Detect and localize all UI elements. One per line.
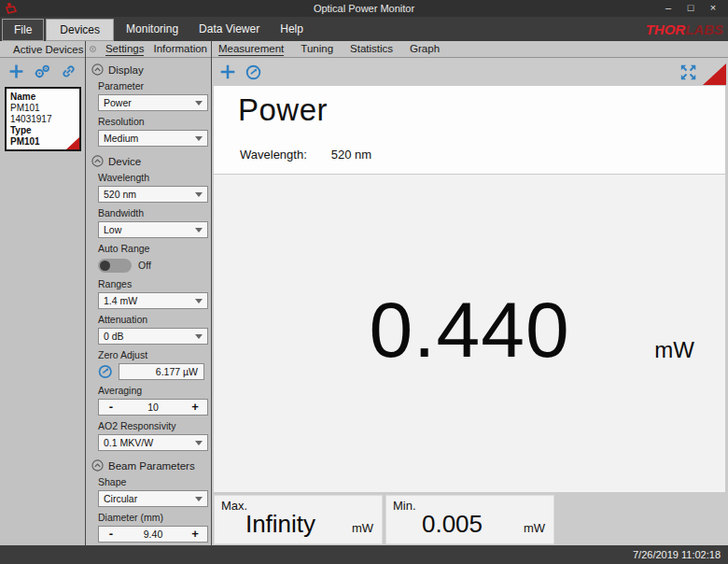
auto-range-label: Auto Range [98,243,204,255]
section-beam-parameters[interactable]: Beam Parameters [91,459,204,472]
ranges-dropdown[interactable]: 1.4 mW [98,292,208,309]
shape-label: Shape [98,476,204,488]
shape-dropdown[interactable]: Circular [98,490,208,507]
chevron-down-icon [195,441,203,445]
attenuation-dropdown[interactable]: 0 dB [98,328,208,345]
measurement-content: Power Wavelength:520 nm 0.440 mW Max. In… [212,86,728,545]
chevron-down-icon [195,228,203,233]
alert-triangle-icon[interactable] [703,63,726,85]
averaging-stepper: - 10 + [98,399,208,416]
resolution-label: Resolution [98,116,204,128]
zero-adjust-label: Zero Adjust [98,349,204,361]
device-name-value: PM101 14031917 [10,103,76,125]
max-value: Infinity [215,510,346,539]
measurement-header-panel: Power Wavelength:520 nm [214,86,725,174]
window-title: Optical Power Monitor [0,3,728,14]
chevron-down-icon [195,101,203,106]
section-display[interactable]: Display [91,63,204,76]
app-window: Optical Power Monitor – □ × File Devices… [0,0,728,564]
max-panel: Max. Infinity mW [214,495,383,544]
ao2-responsivity-dropdown[interactable]: 0.1 MKV/W [98,434,208,451]
diameter-decrement-button[interactable]: - [99,527,123,542]
add-device-icon[interactable] [8,63,24,79]
averaging-label: Averaging [98,385,204,397]
device-type-label: Type [10,125,76,136]
auto-range-toggle[interactable] [98,259,132,273]
bandwidth-dropdown[interactable]: Low [98,221,208,238]
attenuation-label: Attenuation [98,314,204,326]
parameter-label: Parameter [98,80,204,92]
chevron-down-icon [195,192,203,197]
tab-statistics[interactable]: Statistics [350,43,393,55]
parameter-dropdown[interactable]: Power [98,94,208,111]
status-bar: 7/26/2019 11:02:18 [0,545,728,564]
max-unit: mW [352,521,373,535]
averaging-increment-button[interactable]: + [183,400,207,415]
device-settings-gears-icon[interactable] [34,63,51,79]
power-unit: mW [654,337,694,363]
tab-measurement[interactable]: Measurement [218,43,284,56]
measurement-title: Power [238,92,328,128]
min-panel: Min. 0.005 mW [385,495,554,544]
active-devices-header: Active Devices [13,44,83,55]
zero-adjust-value[interactable]: 6.177 µW [119,363,205,380]
device-warning-triangle [66,137,79,149]
zero-adjust-icon[interactable] [98,364,113,379]
collapse-section-icon [91,63,104,76]
ao2-responsivity-label: AO2 Responsivity [98,420,204,432]
chevron-down-icon [195,497,203,501]
settings-panel: Settings Information Display Parameter P… [86,41,212,545]
resolution-dropdown[interactable]: Medium [98,130,208,147]
menu-monitoring[interactable]: Monitoring [116,19,189,41]
collapse-section-icon [91,155,104,167]
toggle-knob [100,261,110,271]
title-bar: Optical Power Monitor – □ × [0,0,728,17]
power-value-panel: 0.440 mW [214,175,725,492]
add-panel-icon[interactable] [219,63,236,80]
fullscreen-expand-icon[interactable] [679,63,697,81]
collapse-section-icon [91,459,104,472]
diameter-stepper: - 9.40 + [98,526,208,543]
averaging-value[interactable]: 10 [123,402,183,413]
averaging-decrement-button[interactable]: - [99,400,123,415]
chevron-down-icon [195,136,203,141]
menu-devices[interactable]: Devices [46,19,114,41]
minimize-button[interactable]: – [659,1,678,16]
tab-settings[interactable]: Settings [105,43,145,56]
tab-information[interactable]: Information [153,43,207,55]
menu-help[interactable]: Help [270,19,314,41]
tab-tuning[interactable]: Tuning [301,43,333,55]
diameter-increment-button[interactable]: + [183,527,207,542]
app-logo-icon [4,2,19,15]
menu-data-viewer[interactable]: Data Viewer [189,19,270,41]
chevron-down-icon [195,299,203,303]
wavelength-readout-label: Wavelength: [240,148,307,162]
thorlabs-logo: THORLABS [646,19,728,41]
status-timestamp: 7/26/2019 11:02:18 [633,549,721,560]
tab-graph[interactable]: Graph [410,43,440,55]
min-value: 0.005 [386,510,518,539]
measurement-toolbar [212,58,728,86]
close-button[interactable]: × [704,1,722,16]
measurement-panel: Measurement Tuning Statistics Graph [212,41,728,545]
active-devices-panel: Active Devices [0,41,86,545]
section-device[interactable]: Device [91,155,204,167]
auto-range-state: Off [138,260,151,271]
wavelength-readout-value: 520 nm [331,148,371,162]
wavelength-dropdown[interactable]: 520 nm [98,186,208,203]
wavelength-label: Wavelength [98,172,204,184]
collapse-settings-icon[interactable] [90,43,96,55]
min-unit: mW [524,521,545,535]
menu-bar: File Devices Monitoring Data Viewer Help… [0,17,728,41]
diameter-value[interactable]: 9.40 [123,529,183,540]
menu-file[interactable]: File [2,19,44,41]
maximize-button[interactable]: □ [681,1,700,16]
diameter-label: Diameter (mm) [98,512,204,524]
bandwidth-label: Bandwidth [98,207,204,219]
connect-link-icon[interactable] [61,63,77,79]
zero-adjust-icon[interactable] [245,64,261,80]
power-value: 0.440 [214,285,725,375]
settings-body: Display Parameter Power Resolution Mediu… [86,58,211,545]
device-name-label: Name [10,92,76,103]
device-card[interactable]: Name PM101 14031917 Type PM101 [5,87,81,151]
